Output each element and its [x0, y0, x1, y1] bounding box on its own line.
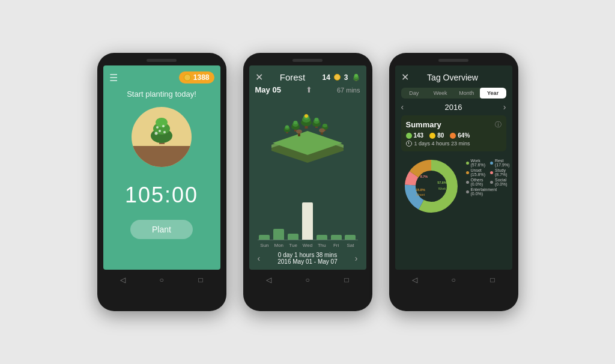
year-next[interactable]: › — [503, 102, 506, 112]
share-btn[interactable]: ⬆ — [306, 85, 312, 94]
stat-orange: 64% — [450, 132, 470, 139]
forest-visual — [255, 97, 360, 169]
back-btn-3[interactable]: ◁ — [409, 275, 420, 285]
svg-point-25 — [304, 114, 308, 118]
chart-next[interactable]: › — [355, 253, 358, 263]
date-label: May 05 — [255, 85, 281, 94]
back-btn-2[interactable]: ◁ — [263, 275, 274, 285]
tree-svg — [145, 113, 178, 149]
bar-label-tue: Tue — [288, 243, 298, 248]
chart-area: Sun Mon Tue Wed Thu Fri Sat ‹ 0 day 1 ho… — [255, 169, 360, 265]
home-btn-3[interactable]: ○ — [448, 275, 459, 285]
chart-nav: ‹ 0 day 1 hours 38 mins 2016 May 01 - Ma… — [258, 252, 358, 265]
summary-section: Summary ⓘ 143 80 — [401, 115, 506, 151]
legend-work-label: Work (57.6%) — [471, 159, 486, 167]
tree-circle — [132, 107, 192, 167]
legend-others: Others (0.0%) — [466, 178, 486, 186]
green-coin — [406, 133, 412, 139]
bar-sun — [259, 235, 270, 240]
svg-point-38 — [296, 130, 302, 134]
bar-wed — [302, 202, 313, 240]
plant-button[interactable]: Plant — [130, 220, 193, 239]
duration-label: 67 mins — [337, 86, 360, 94]
bar-thu — [317, 235, 327, 240]
tab-row: Day Week Month Year — [401, 88, 506, 99]
svg-point-20 — [294, 121, 298, 124]
bar-label-wed: Wed — [302, 243, 313, 248]
svg-text:8.7%: 8.7% — [420, 175, 428, 178]
recent-btn-1[interactable]: □ — [195, 275, 206, 285]
svg-point-7 — [156, 126, 159, 129]
timer-display: 105:00 — [125, 183, 198, 208]
screen-3: ✕ Tag Overview Day Week Month Year ‹ 201… — [395, 65, 512, 270]
svg-point-6 — [163, 131, 166, 133]
summary-title-row: Summary ⓘ — [406, 120, 501, 129]
svg-point-33 — [285, 126, 289, 129]
tab-day[interactable]: Day — [401, 88, 428, 99]
year-prev[interactable]: ‹ — [401, 102, 404, 112]
isometric-forest — [259, 100, 356, 166]
donut-container: 8.7% 57.6% Work 15.8% Unset 17.9% Rest — [401, 156, 461, 216]
chart-nav-text: 0 day 1 hours 38 mins 2016 May 01 - May … — [277, 252, 338, 265]
legend-work: Work (57.6%) — [466, 159, 486, 167]
tree-count: 14 — [322, 73, 330, 82]
legend-social: Social (0.0%) — [490, 178, 510, 186]
info-icon[interactable]: ⓘ — [495, 120, 501, 129]
legend-dot-study — [490, 171, 493, 174]
gold-coin — [429, 133, 435, 139]
tab-week[interactable]: Week — [427, 88, 453, 99]
bar-mon — [273, 229, 284, 240]
chart-row: 8.7% 57.6% Work 15.8% Unset 17.9% Rest — [401, 156, 506, 216]
clock-icon — [406, 141, 412, 147]
legend-entertainment-label: Entertainment (0.0%) — [471, 187, 510, 196]
phone-1-bottom: ◁ ○ □ — [103, 270, 220, 287]
screen-1: ☰ 1388 Start planting today! — [103, 65, 220, 270]
year-nav: ‹ 2016 › — [401, 102, 506, 112]
phone-2-speaker — [292, 59, 323, 62]
tab-month[interactable]: Month — [453, 88, 480, 99]
screen-2: ✕ Forest 14 3 May — [249, 65, 366, 270]
tree-icon-2 — [352, 73, 360, 82]
coin-icon-2 — [334, 74, 341, 80]
stat3-num: 64% — [458, 132, 470, 139]
forest-stats: 14 3 — [322, 73, 360, 82]
svg-point-3 — [156, 118, 168, 127]
legend-dot-social — [490, 181, 493, 184]
coin-badge: 1388 — [179, 71, 214, 83]
phone-1-screen: ☰ 1388 Start planting today! — [103, 65, 220, 270]
stat-green: 143 — [406, 132, 424, 139]
date-row: May 05 ⬆ 67 mins — [255, 85, 360, 94]
summary-time: 1 days 4 hours 23 mins — [406, 141, 501, 147]
menu-icon[interactable]: ☰ — [109, 72, 118, 83]
svg-text:Rest: Rest — [413, 202, 420, 205]
legend-dot-rest — [490, 162, 493, 165]
chart-time: 0 day 1 hours 38 mins — [277, 252, 338, 258]
tab-year[interactable]: Year — [480, 88, 506, 99]
time-label: 1 days 4 hours 23 mins — [414, 141, 470, 147]
svg-text:Work: Work — [438, 187, 446, 190]
svg-text:17.9%: 17.9% — [412, 198, 422, 201]
chart-prev[interactable]: ‹ — [258, 253, 261, 263]
svg-point-36 — [323, 124, 327, 127]
legend-study: Study (8.7%) — [490, 168, 510, 177]
coin-count-2: 3 — [344, 73, 348, 82]
legend-dot-others — [466, 181, 469, 184]
legend-unset-label: Unset (15.8%) — [471, 168, 486, 177]
legend-others-label: Others (0.0%) — [471, 178, 486, 186]
recent-btn-2[interactable]: □ — [341, 275, 352, 285]
bar-label-mon: Mon — [273, 243, 284, 248]
bar-label-sat: Sat — [345, 243, 356, 248]
recent-btn-3[interactable]: □ — [487, 275, 498, 285]
bar-label-thu: Thu — [317, 243, 327, 248]
close-btn-2[interactable]: ✕ — [255, 71, 263, 83]
phone-2: ✕ Forest 14 3 May — [243, 53, 372, 311]
back-btn-1[interactable]: ◁ — [117, 275, 128, 285]
svg-point-5 — [159, 130, 161, 132]
legend-dot-entertainment — [466, 190, 469, 193]
home-btn-2[interactable]: ○ — [302, 275, 313, 285]
tag-title: Tag Overview — [427, 73, 478, 82]
svg-point-12 — [354, 74, 358, 77]
close-btn-3[interactable]: ✕ — [401, 71, 409, 83]
home-btn-1[interactable]: ○ — [156, 275, 167, 285]
legend-dot-work — [466, 162, 469, 165]
